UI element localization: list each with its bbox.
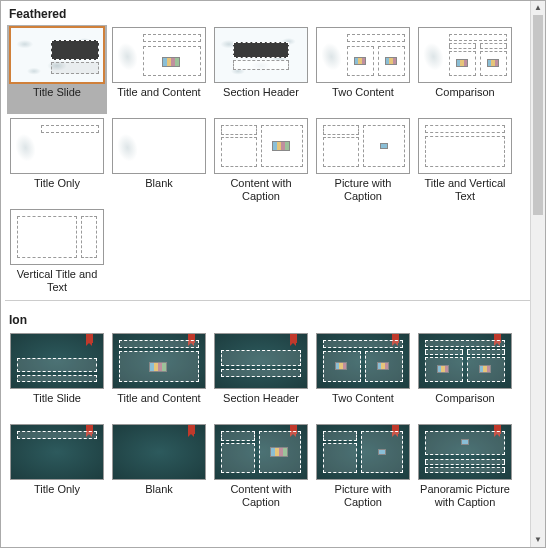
layout-thumbnail	[316, 118, 410, 174]
layout-label: Content with Caption	[213, 177, 309, 203]
layout-label: Two Content	[315, 392, 411, 418]
layout-item-title-vertical-text[interactable]: Title and Vertical Text	[415, 116, 515, 205]
vertical-scrollbar[interactable]: ▲ ▼	[530, 1, 545, 547]
layout-thumbnail	[112, 333, 206, 389]
layout-label: Comparison	[417, 86, 513, 112]
layout-gallery-panel: Feathered Title Slide Title and Content	[0, 0, 546, 548]
layout-thumbnail	[112, 424, 206, 480]
layout-item-title-slide[interactable]: Title Slide	[7, 331, 107, 420]
layout-item-two-content[interactable]: Two Content	[313, 25, 413, 114]
layout-item-content-with-caption[interactable]: Content with Caption	[211, 422, 311, 511]
layout-item-title-only[interactable]: Title Only	[7, 116, 107, 205]
layout-thumbnail	[418, 27, 512, 83]
layout-thumbnail	[10, 209, 104, 265]
layout-label: Panoramic Picture with Caption	[417, 483, 513, 509]
layout-thumbnail	[418, 424, 512, 480]
layout-thumbnail	[10, 333, 104, 389]
layout-item-section-header[interactable]: Section Header	[211, 25, 311, 114]
layout-thumbnail	[316, 333, 410, 389]
layout-thumbnail	[214, 27, 308, 83]
scrollbar-thumb[interactable]	[533, 15, 543, 215]
layout-label: Title and Vertical Text	[417, 177, 513, 203]
theme-header: Ion	[3, 307, 527, 331]
layout-item-comparison[interactable]: Comparison	[415, 25, 515, 114]
layout-label: Title Slide	[9, 392, 105, 418]
layout-label: Title and Content	[111, 86, 207, 112]
layout-item-picture-with-caption[interactable]: Picture with Caption	[313, 116, 413, 205]
layout-label: Vertical Title and Text	[9, 268, 105, 294]
layout-thumbnail	[112, 118, 206, 174]
layout-label: Two Content	[315, 86, 411, 112]
layout-thumbnail	[418, 333, 512, 389]
layout-label: Picture with Caption	[315, 483, 411, 509]
layout-grid: Title Slide Title and Content Section He…	[3, 25, 527, 296]
accent-flag-icon	[86, 334, 93, 343]
layout-grid: Title Slide Title and Content Section He…	[3, 331, 527, 511]
theme-header: Feathered	[3, 1, 527, 25]
layout-thumbnail	[10, 118, 104, 174]
layout-thumbnail	[316, 424, 410, 480]
scroll-up-arrow-icon[interactable]: ▲	[531, 1, 545, 15]
layout-label: Blank	[111, 483, 207, 509]
layout-thumbnail	[10, 424, 104, 480]
layout-label: Title Slide	[9, 86, 105, 112]
layout-item-picture-with-caption[interactable]: Picture with Caption	[313, 422, 413, 511]
theme-section-feathered: Feathered Title Slide Title and Content	[1, 1, 529, 296]
layout-item-blank[interactable]: Blank	[109, 116, 209, 205]
accent-flag-icon	[290, 334, 297, 343]
layout-thumbnail	[10, 27, 104, 83]
layout-item-two-content[interactable]: Two Content	[313, 331, 413, 420]
layout-item-title-and-content[interactable]: Title and Content	[109, 25, 209, 114]
layout-label: Comparison	[417, 392, 513, 418]
layout-item-panoramic-picture-caption[interactable]: Panoramic Picture with Caption	[415, 422, 515, 511]
layout-thumbnail	[316, 27, 410, 83]
layout-label: Title and Content	[111, 392, 207, 418]
layout-label: Title Only	[9, 483, 105, 509]
layout-item-comparison[interactable]: Comparison	[415, 331, 515, 420]
layout-item-title-and-content[interactable]: Title and Content	[109, 331, 209, 420]
layout-item-title-slide[interactable]: Title Slide	[7, 25, 107, 114]
layout-label: Picture with Caption	[315, 177, 411, 203]
theme-section-ion: Ion Title Slide Title and Content	[1, 307, 529, 511]
scroll-down-arrow-icon[interactable]: ▼	[531, 533, 545, 547]
layout-item-content-with-caption[interactable]: Content with Caption	[211, 116, 311, 205]
layout-thumbnail	[214, 424, 308, 480]
section-divider	[5, 300, 541, 301]
layout-thumbnail	[214, 118, 308, 174]
layout-thumbnail	[112, 27, 206, 83]
layout-item-blank[interactable]: Blank	[109, 422, 209, 511]
layout-label: Title Only	[9, 177, 105, 203]
layout-thumbnail	[418, 118, 512, 174]
layout-thumbnail	[214, 333, 308, 389]
layout-label: Section Header	[213, 392, 309, 418]
layout-item-vertical-title-text[interactable]: Vertical Title and Text	[7, 207, 107, 296]
layout-label: Content with Caption	[213, 483, 309, 509]
layout-item-title-only[interactable]: Title Only	[7, 422, 107, 511]
layout-label: Blank	[111, 177, 207, 203]
layout-label: Section Header	[213, 86, 309, 112]
accent-flag-icon	[188, 425, 195, 434]
layout-item-section-header[interactable]: Section Header	[211, 331, 311, 420]
